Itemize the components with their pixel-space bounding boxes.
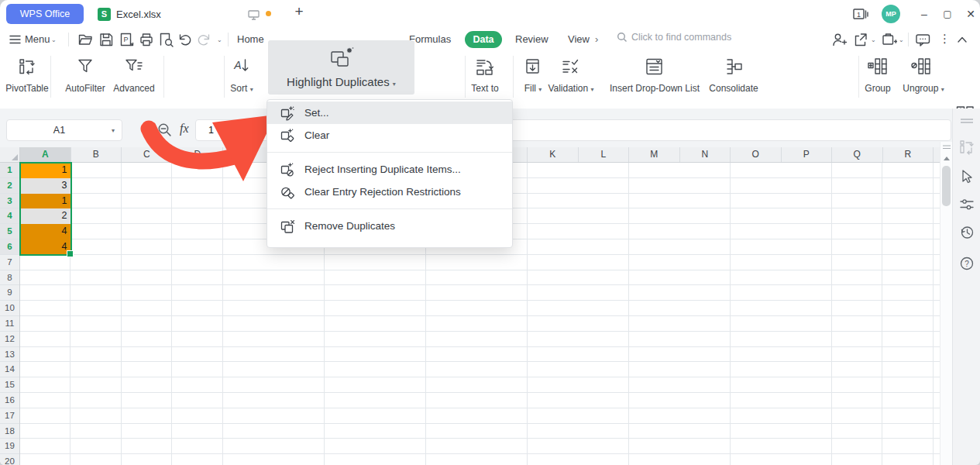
new-sheet-tab-icon[interactable] xyxy=(880,31,897,48)
row-header[interactable]: 9 xyxy=(0,285,19,301)
sort-icon[interactable]: A xyxy=(231,56,253,78)
group-button[interactable]: Group xyxy=(865,83,890,94)
validation-button[interactable]: Validation ▾ xyxy=(548,83,593,94)
column-header[interactable]: K xyxy=(528,147,579,162)
comment-icon[interactable] xyxy=(914,31,931,48)
sidebar-history-icon[interactable] xyxy=(959,225,975,240)
hamburger-icon[interactable] xyxy=(9,35,21,44)
collapse-ribbon-icon[interactable] xyxy=(956,34,968,45)
row-header[interactable]: 10 xyxy=(0,301,19,316)
row-header[interactable]: 16 xyxy=(0,393,19,408)
column-header[interactable]: R xyxy=(883,147,934,162)
row-header[interactable]: 4 xyxy=(0,208,19,224)
row-header[interactable]: 6 xyxy=(0,239,19,255)
vertical-scrollbar[interactable] xyxy=(940,142,952,465)
cell-A3[interactable]: 1 xyxy=(20,194,71,209)
consolidate-button[interactable]: Consolidate xyxy=(709,83,758,94)
tab-formulas[interactable]: Formulas xyxy=(409,33,451,45)
row-header[interactable]: 12 xyxy=(0,332,19,347)
wps-office-tab[interactable]: WPS Office xyxy=(6,4,84,24)
minimize-button[interactable]: – xyxy=(914,5,934,23)
share-export-icon[interactable] xyxy=(852,31,869,48)
undo-icon[interactable] xyxy=(176,31,193,48)
avatar[interactable]: MP xyxy=(882,5,900,23)
menu-button[interactable]: Menu xyxy=(25,33,50,45)
tabs-overflow-chevron-icon[interactable]: › xyxy=(595,33,598,45)
row-header[interactable]: 13 xyxy=(0,347,19,363)
text-to-columns-icon[interactable] xyxy=(473,56,497,79)
row-header[interactable]: 3 xyxy=(0,194,19,209)
text-to-columns-button[interactable]: Text to xyxy=(471,83,498,94)
menu-item-reject-inserting[interactable]: Reject Inserting Duplicate Items... xyxy=(267,158,512,181)
row-header[interactable]: 11 xyxy=(0,316,19,332)
ungroup-button[interactable]: Ungroup ▾ xyxy=(903,83,944,94)
cell-A4[interactable]: 2 xyxy=(20,208,71,224)
row-header[interactable]: 2 xyxy=(0,178,19,194)
cell-A1[interactable]: 1 xyxy=(20,163,71,178)
export-pdf-icon[interactable]: P xyxy=(118,31,135,48)
print-preview-icon[interactable] xyxy=(157,31,174,48)
row-header[interactable]: 20 xyxy=(0,454,19,465)
row-header[interactable]: 14 xyxy=(0,362,19,377)
row-header[interactable]: 5 xyxy=(0,224,19,239)
advanced-filter-button[interactable]: Advanced xyxy=(113,83,154,94)
name-box[interactable]: A1 ▾ xyxy=(6,119,122,141)
column-header[interactable]: Q xyxy=(832,147,883,162)
quickbar-more-caret-icon[interactable]: ⌄ xyxy=(217,36,222,43)
monitor-icon[interactable] xyxy=(248,10,260,20)
column-header[interactable]: A xyxy=(20,147,71,162)
select-all-corner[interactable] xyxy=(0,147,20,163)
maximize-button[interactable]: ▢ xyxy=(937,5,958,23)
sort-button[interactable]: Sort ▾ xyxy=(230,83,253,94)
column-header[interactable]: M xyxy=(629,147,680,162)
column-header[interactable]: O xyxy=(731,147,782,162)
validation-icon[interactable] xyxy=(559,56,583,79)
row-header[interactable]: 15 xyxy=(0,377,19,393)
column-header[interactable]: P xyxy=(782,147,833,162)
row-header[interactable]: 7 xyxy=(0,255,19,270)
row-header[interactable]: 8 xyxy=(0,270,19,286)
fill-icon[interactable] xyxy=(522,56,544,78)
new-sheet-caret-icon[interactable]: ⌄ xyxy=(899,36,904,43)
name-box-caret-icon[interactable]: ▾ xyxy=(112,127,115,134)
tab-data[interactable]: Data xyxy=(465,31,502,48)
new-tab-button[interactable]: + xyxy=(290,3,308,23)
share-caret-icon[interactable]: ⌄ xyxy=(871,36,876,43)
share-user-icon[interactable] xyxy=(830,31,848,48)
more-options-dots-icon[interactable]: ⋮ xyxy=(939,32,951,46)
sidebar-help-icon[interactable]: ? xyxy=(959,256,975,271)
column-header[interactable]: L xyxy=(579,147,630,162)
row-header[interactable]: 17 xyxy=(0,408,19,424)
column-header[interactable]: B xyxy=(71,147,122,162)
fill-button[interactable]: Fill ▾ xyxy=(524,83,542,94)
print-icon[interactable] xyxy=(138,31,155,48)
tab-view[interactable]: View xyxy=(568,33,590,45)
cell-A6[interactable]: 4 xyxy=(20,239,71,255)
autofilter-icon[interactable] xyxy=(74,56,96,78)
menu-item-clear[interactable]: Clear xyxy=(267,124,512,146)
sidebar-handle-icon[interactable] xyxy=(960,118,974,124)
sidebar-sliders-icon[interactable] xyxy=(959,197,975,212)
cell-A5[interactable]: 4 xyxy=(20,224,71,239)
menu-item-remove-duplicates[interactable]: Remove Duplicates xyxy=(267,215,512,237)
insert-dropdown-list-button[interactable]: Insert Drop-Down List xyxy=(610,83,700,94)
command-search[interactable]: Click to find commands xyxy=(617,32,731,43)
tab-review[interactable]: Review xyxy=(515,33,548,45)
window-stack-icon[interactable]: 1 xyxy=(851,6,871,22)
ungroup-icon[interactable] xyxy=(910,56,933,79)
scroll-up-arrow-icon[interactable] xyxy=(944,157,950,160)
pivot-table-button[interactable]: PivotTable xyxy=(5,83,48,94)
split-handle-icon[interactable] xyxy=(943,144,951,150)
scrollbar-thumb[interactable] xyxy=(942,166,951,206)
row-header[interactable]: 18 xyxy=(0,424,19,439)
row-header[interactable]: 1 xyxy=(0,163,19,178)
highlight-duplicates-button[interactable]: Highlight Duplicates ▾ xyxy=(268,40,414,95)
open-file-icon[interactable] xyxy=(77,31,94,48)
pivot-table-icon[interactable] xyxy=(16,56,38,78)
tab-home[interactable]: Home xyxy=(237,33,264,45)
advanced-filter-icon[interactable] xyxy=(123,56,145,78)
group-icon[interactable] xyxy=(866,56,889,79)
insert-dropdown-list-icon[interactable] xyxy=(643,56,666,79)
menu-item-set[interactable]: Set... xyxy=(267,102,512,124)
cell-A2[interactable]: 3 xyxy=(20,178,71,194)
